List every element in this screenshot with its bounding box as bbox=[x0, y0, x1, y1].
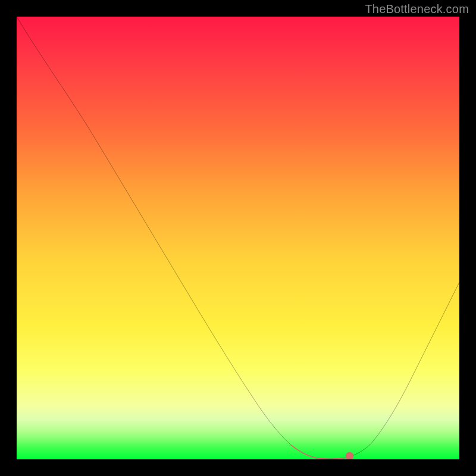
watermark-text: TheBottleneck.com bbox=[365, 2, 469, 16]
curve-svg bbox=[17, 17, 459, 459]
plot-area bbox=[17, 17, 459, 459]
optimal-range-band bbox=[291, 445, 349, 459]
marker-dot bbox=[346, 452, 353, 459]
chart-stage: TheBottleneck.com bbox=[0, 0, 476, 476]
bottleneck-curve bbox=[17, 17, 459, 459]
